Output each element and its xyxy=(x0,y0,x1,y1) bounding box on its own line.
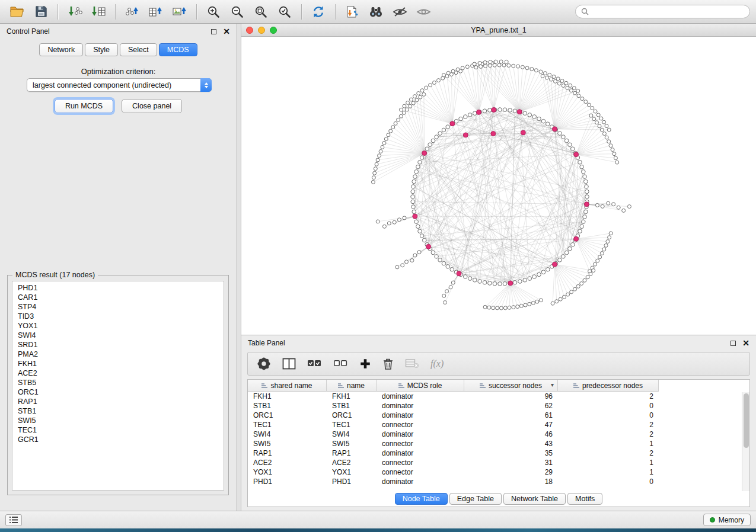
delete-column-button[interactable] xyxy=(405,358,419,369)
close-window-icon[interactable] xyxy=(246,27,253,34)
save-button[interactable] xyxy=(30,2,52,21)
list-item[interactable]: ACE2 xyxy=(18,368,224,378)
tab-network[interactable]: Network xyxy=(39,43,83,56)
table-row[interactable]: YOX1YOX1connector291 xyxy=(248,467,749,477)
panel-splitter[interactable] xyxy=(237,24,241,511)
import-table-button[interactable] xyxy=(87,2,110,21)
tab-network-table[interactable]: Network Table xyxy=(503,493,566,505)
show-columns-button[interactable] xyxy=(282,358,296,370)
tab-edge-table[interactable]: Edge Table xyxy=(449,493,502,505)
table-cell: 2 xyxy=(558,430,659,439)
network-canvas[interactable] xyxy=(241,37,756,335)
table-row[interactable]: FKH1FKH1dominator962 xyxy=(248,392,749,401)
minimize-window-icon[interactable] xyxy=(258,27,265,34)
tab-select[interactable]: Select xyxy=(120,43,157,56)
select-all-button[interactable] xyxy=(307,358,322,370)
column-header-shared-name[interactable]: shared name xyxy=(248,380,327,392)
table-row[interactable]: ACE2ACE2connector311 xyxy=(248,458,749,467)
list-item[interactable]: GCR1 xyxy=(18,435,224,444)
run-mcds-button[interactable]: Run MCDS xyxy=(55,99,113,113)
import-network-button[interactable] xyxy=(63,2,86,21)
scrollbar-thumb[interactable] xyxy=(744,393,749,448)
list-item[interactable]: RAP1 xyxy=(18,397,224,406)
list-item[interactable]: ORC1 xyxy=(18,387,224,397)
list-item[interactable]: PMA2 xyxy=(18,350,224,359)
list-icon xyxy=(9,517,18,523)
zoom-out-button[interactable] xyxy=(226,2,248,21)
tab-motifs[interactable]: Motifs xyxy=(567,493,602,505)
table-cell: connector xyxy=(377,458,464,467)
sort-icon xyxy=(261,383,267,389)
table-cell: 0 xyxy=(558,411,659,420)
table-row[interactable]: SWI5SWI5connector431 xyxy=(248,439,749,448)
tab-node-table[interactable]: Node Table xyxy=(395,493,448,505)
list-item[interactable]: TID3 xyxy=(18,312,224,321)
table-cell: FKH1 xyxy=(327,392,377,401)
list-item[interactable]: PHD1 xyxy=(18,283,224,293)
list-item[interactable]: TEC1 xyxy=(18,425,224,435)
list-item[interactable]: STB5 xyxy=(18,378,224,387)
maximize-window-icon[interactable] xyxy=(270,27,277,34)
search-field[interactable] xyxy=(575,5,750,18)
toolbar-separator xyxy=(58,4,58,20)
table-settings-button[interactable] xyxy=(257,357,271,371)
tab-mcds[interactable]: MCDS xyxy=(159,43,197,56)
mcds-result-list[interactable]: PHD1CAR1STP4TID3YOX1SWI4SRD1PMA2FKH1ACE2… xyxy=(12,281,224,491)
export-table-button[interactable] xyxy=(145,2,167,21)
node-table: shared name name MCDS role successo xyxy=(247,379,750,507)
table-row[interactable]: SWI4SWI4dominator462 xyxy=(248,430,749,439)
table-row[interactable]: STB1STB1dominator620 xyxy=(248,401,749,411)
panel-menu-button[interactable] xyxy=(5,514,22,526)
network-window-titlebar: YPA_prune.txt_1 xyxy=(241,24,756,37)
column-header-name[interactable]: name xyxy=(327,380,377,392)
zoom-selected-button[interactable] xyxy=(273,2,296,21)
export-image-button[interactable] xyxy=(168,2,191,21)
hide-details-button[interactable] xyxy=(388,2,411,21)
float-panel-icon[interactable] xyxy=(731,341,736,346)
table-cell: 46 xyxy=(464,430,558,439)
float-panel-icon[interactable] xyxy=(211,29,216,34)
zoom-fit-button[interactable] xyxy=(250,2,272,21)
list-item[interactable]: YOX1 xyxy=(18,321,224,331)
toolbar-separator xyxy=(196,4,197,20)
table-row[interactable]: TEC1TEC1connector472 xyxy=(248,420,749,430)
memory-button[interactable]: Memory xyxy=(703,514,751,526)
table-row[interactable]: ORC1ORC1dominator610 xyxy=(248,411,749,420)
table-row[interactable]: PHD1PHD1dominator180 xyxy=(248,477,749,486)
column-header-predecessor-nodes[interactable]: predecessor nodes xyxy=(558,380,659,392)
list-item[interactable]: SWI4 xyxy=(18,331,224,340)
main-toolbar xyxy=(0,0,756,24)
table-cell: ORC1 xyxy=(327,411,377,420)
function-builder-button[interactable]: f(x) xyxy=(430,358,444,369)
document-share-button[interactable] xyxy=(341,2,363,21)
list-item[interactable]: SWI5 xyxy=(18,416,224,425)
table-row[interactable]: RAP1RAP1dominator352 xyxy=(248,448,749,458)
close-panel-button[interactable]: Close panel xyxy=(122,99,182,113)
list-item[interactable]: CAR1 xyxy=(18,293,224,302)
network-graph[interactable] xyxy=(241,37,756,335)
table-scrollbar[interactable] xyxy=(742,392,749,491)
deselect-all-button[interactable] xyxy=(333,358,348,370)
column-header-mcds-role[interactable]: MCDS role xyxy=(377,380,464,392)
list-item[interactable]: STP4 xyxy=(18,302,224,312)
close-panel-icon[interactable]: ✕ xyxy=(742,340,749,346)
tab-style[interactable]: Style xyxy=(85,43,118,56)
close-panel-icon[interactable]: ✕ xyxy=(223,28,230,34)
delete-button[interactable] xyxy=(382,358,394,370)
criterion-dropdown[interactable]: largest connected component (undirected) xyxy=(27,78,212,92)
export-network-button[interactable] xyxy=(121,2,143,21)
table-cell: TEC1 xyxy=(327,420,377,430)
add-button[interactable] xyxy=(359,358,371,370)
binoculars-button[interactable] xyxy=(365,2,387,21)
list-item[interactable]: FKH1 xyxy=(18,359,224,368)
chevron-down-icon: ▾ xyxy=(551,382,554,388)
list-item[interactable]: STB1 xyxy=(18,406,224,416)
open-file-button[interactable] xyxy=(6,2,28,21)
list-item[interactable]: SRD1 xyxy=(18,340,224,350)
control-panel-title: Control Panel xyxy=(7,27,50,36)
show-details-button[interactable] xyxy=(412,2,435,21)
zoom-in-button[interactable] xyxy=(202,2,225,21)
refresh-button[interactable] xyxy=(307,2,330,21)
search-input[interactable] xyxy=(592,8,744,16)
column-header-successor-nodes[interactable]: successor nodes ▾ xyxy=(464,380,558,392)
